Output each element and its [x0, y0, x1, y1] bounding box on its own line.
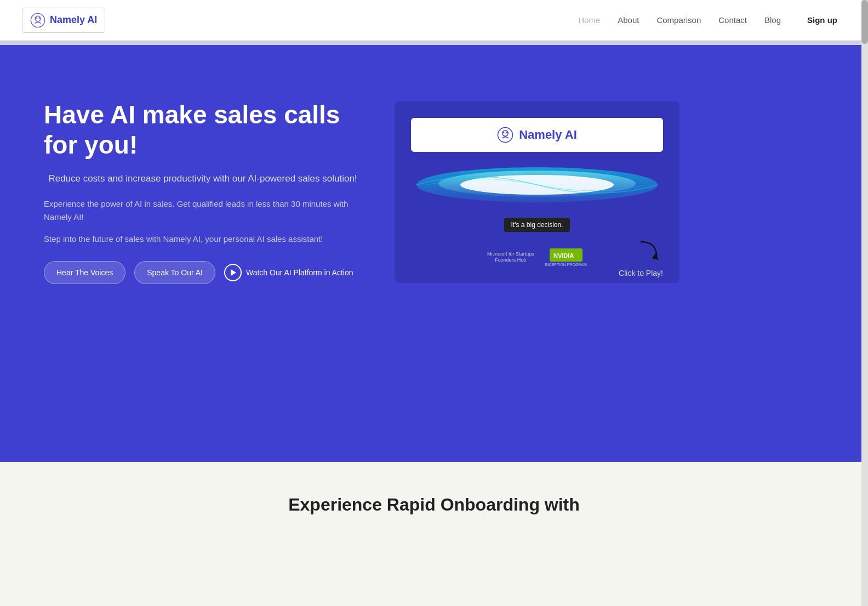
- hero-left: Have AI make sales calls for you! Reduce…: [44, 100, 362, 284]
- navbar: Namely AI Home About Comparison Contact …: [0, 0, 868, 41]
- signup-button[interactable]: Sign up: [798, 11, 846, 29]
- subtitle-bubble: It's a big decision.: [504, 218, 569, 232]
- arrow-icon: [636, 239, 663, 267]
- svg-marker-12: [652, 253, 659, 260]
- video-logo-text: Namely AI: [519, 128, 577, 142]
- watch-link[interactable]: Watch Our AI Platform in Action: [224, 264, 353, 281]
- svg-point-5: [502, 130, 509, 136]
- nvidia-program-text: INCEPTION PROGRAM: [545, 263, 587, 267]
- hero-buttons: Hear The Voices Speak To Our AI Watch Ou…: [44, 261, 362, 284]
- wave-visualization: [411, 163, 663, 207]
- svg-text:NVIDIA: NVIDIA: [553, 252, 574, 259]
- nav-home[interactable]: Home: [578, 15, 600, 25]
- hero-content: Have AI make sales calls for you! Reduce…: [44, 100, 824, 284]
- hero-desc2: Step into the future of sales with Namel…: [44, 233, 362, 246]
- nvidia-icon: NVIDIA: [550, 248, 583, 262]
- microsoft-logo: Microsoft for Startups Founders Hub: [487, 251, 534, 263]
- hear-voices-button[interactable]: Hear The Voices: [44, 261, 125, 284]
- nvidia-logo: NVIDIA INCEPTION PROGRAM: [545, 248, 587, 267]
- play-circle-icon[interactable]: [224, 264, 242, 281]
- logo[interactable]: Namely AI: [22, 8, 105, 33]
- svg-point-0: [31, 13, 44, 27]
- click-to-play: Click to Play!: [619, 239, 663, 277]
- video-logo-box: Namely AI: [411, 118, 663, 152]
- hero-right: Namely AI: [395, 101, 679, 283]
- nav-blog[interactable]: Blog: [764, 15, 781, 25]
- hero-title: Have AI make sales calls for you!: [44, 100, 362, 160]
- svg-point-7: [506, 132, 508, 133]
- watch-label: Watch Our AI Platform in Action: [246, 268, 353, 277]
- nav-about[interactable]: About: [618, 15, 639, 25]
- hero-desc1: Experience the power of AI in sales. Get…: [44, 197, 362, 224]
- microsoft-logo-text: Microsoft for Startups Founders Hub: [487, 251, 534, 263]
- hero-section: Have AI make sales calls for you! Reduce…: [0, 45, 868, 462]
- svg-point-2: [36, 17, 37, 19]
- hero-subtitle: Reduce costs and increase productivity w…: [44, 173, 362, 184]
- video-logo-icon: [497, 127, 513, 143]
- svg-point-6: [503, 132, 505, 133]
- click-to-play-text: Click to Play!: [619, 269, 663, 277]
- video-card: Namely AI: [395, 101, 679, 283]
- nav-comparison[interactable]: Comparison: [656, 15, 701, 25]
- page-scrollbar[interactable]: [861, 0, 868, 606]
- logo-text: Namely AI: [50, 14, 97, 26]
- svg-point-3: [38, 17, 40, 19]
- bottom-section: Experience Rapid Onboarding with: [0, 462, 868, 606]
- top-bar: [0, 41, 868, 45]
- svg-point-1: [35, 16, 41, 21]
- play-triangle-icon: [231, 269, 236, 276]
- logo-icon: [30, 13, 45, 28]
- bottom-title: Experience Rapid Onboarding with: [288, 495, 580, 515]
- nav-links: Home About Comparison Contact Blog Sign …: [578, 11, 846, 29]
- svg-point-4: [498, 127, 513, 142]
- scrollbar-thumb[interactable]: [861, 0, 868, 44]
- nav-contact[interactable]: Contact: [718, 15, 747, 25]
- speak-ai-button[interactable]: Speak To Our AI: [134, 261, 215, 284]
